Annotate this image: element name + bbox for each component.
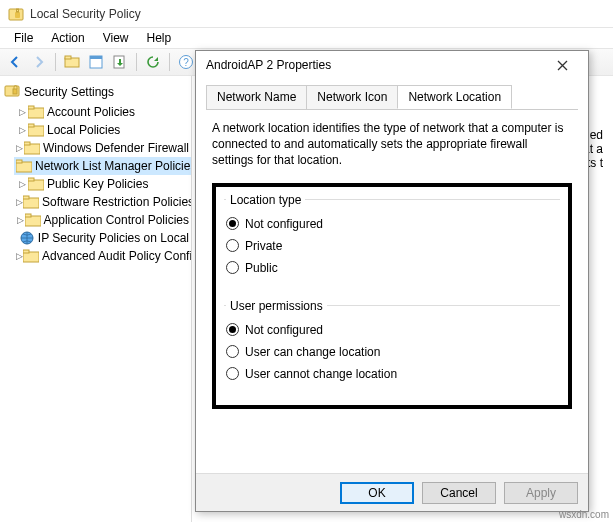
tree-item-label: Software Restriction Policies xyxy=(42,195,191,209)
forward-button[interactable] xyxy=(28,51,50,73)
radio-icon xyxy=(226,217,239,230)
expand-icon[interactable]: ▷ xyxy=(16,143,24,153)
expand-icon[interactable]: ▷ xyxy=(16,179,28,189)
radio-user-can-change[interactable]: User can change location xyxy=(226,341,558,363)
folder-icon xyxy=(25,213,41,227)
tree-item-label: Advanced Audit Policy Configuration xyxy=(42,249,191,263)
back-button[interactable] xyxy=(4,51,26,73)
expand-icon[interactable]: ▷ xyxy=(16,251,23,261)
export-button[interactable] xyxy=(109,51,131,73)
tree-item-label: IP Security Policies on Local xyxy=(38,231,189,245)
properties-button[interactable] xyxy=(85,51,107,73)
close-button[interactable] xyxy=(546,53,578,77)
svg-rect-28 xyxy=(23,250,29,253)
tab-network-location[interactable]: Network Location xyxy=(397,85,512,109)
svg-rect-13 xyxy=(28,106,34,109)
dialog-tabs: Network Name Network Icon Network Locati… xyxy=(196,79,588,109)
tree-root-label: Security Settings xyxy=(24,85,114,99)
menu-help[interactable]: Help xyxy=(139,29,180,47)
svg-rect-23 xyxy=(23,196,29,199)
tree-item-label: Public Key Policies xyxy=(47,177,148,191)
radio-label: User cannot change location xyxy=(245,367,397,381)
highlighted-region: Location type Not configured Private Pub… xyxy=(212,183,572,409)
radio-label: Public xyxy=(245,261,278,275)
folder-icon xyxy=(23,195,39,209)
cancel-button[interactable]: Cancel xyxy=(422,482,496,504)
radio-private[interactable]: Private xyxy=(226,235,558,257)
menu-view[interactable]: View xyxy=(95,29,137,47)
folder-icon xyxy=(16,159,32,173)
radio-user-cannot-change[interactable]: User cannot change location xyxy=(226,363,558,385)
expand-icon[interactable]: ▷ xyxy=(16,107,28,117)
folder-icon xyxy=(28,123,44,137)
ipsec-icon xyxy=(19,230,35,246)
folder-icon xyxy=(28,105,44,119)
tree-item-label: Application Control Policies xyxy=(44,213,189,227)
tree-item-application-control-policies[interactable]: ▷ Application Control Policies xyxy=(14,211,191,229)
tree-item-label: Network List Manager Policies xyxy=(35,159,191,173)
dialog-body: A network location identifies the type o… xyxy=(206,109,578,473)
menu-file[interactable]: File xyxy=(6,29,41,47)
tree-item-windows-defender-firewall[interactable]: ▷ Windows Defender Firewall xyxy=(14,139,191,157)
radio-label: User can change location xyxy=(245,345,380,359)
ok-button[interactable]: OK xyxy=(340,482,414,504)
menu-action[interactable]: Action xyxy=(43,29,92,47)
svg-text:?: ? xyxy=(183,57,189,68)
tree-item-network-list-manager-policies[interactable]: Network List Manager Policies xyxy=(14,157,191,175)
radio-icon xyxy=(226,345,239,358)
window-titlebar: Local Security Policy xyxy=(0,0,613,28)
radio-icon xyxy=(226,261,239,274)
svg-rect-1 xyxy=(15,12,20,18)
tree-item-label: Local Policies xyxy=(47,123,120,137)
tree-item-local-policies[interactable]: ▷ Local Policies xyxy=(14,121,191,139)
radio-label: Private xyxy=(245,239,282,253)
tab-network-icon[interactable]: Network Icon xyxy=(306,85,398,109)
window-title: Local Security Policy xyxy=(30,7,141,21)
folder-icon xyxy=(23,249,39,263)
radio-public[interactable]: Public xyxy=(226,257,558,279)
watermark: wsxdn.com xyxy=(559,509,609,520)
properties-dialog: AndroidAP 2 Properties Network Name Netw… xyxy=(195,50,589,512)
help-button[interactable]: ? xyxy=(175,51,197,73)
app-icon xyxy=(8,6,24,22)
security-settings-icon xyxy=(4,82,20,101)
tab-network-name[interactable]: Network Name xyxy=(206,85,307,109)
tree-item-label: Windows Defender Firewall xyxy=(43,141,189,155)
svg-rect-15 xyxy=(28,124,34,127)
svg-rect-21 xyxy=(28,178,34,181)
tree-item-label: Account Policies xyxy=(47,105,135,119)
expand-icon[interactable]: ▷ xyxy=(16,215,25,225)
expand-icon[interactable]: ▷ xyxy=(16,125,28,135)
svg-rect-4 xyxy=(65,56,71,59)
tree-item-software-restriction-policies[interactable]: ▷ Software Restriction Policies xyxy=(14,193,191,211)
radio-icon xyxy=(226,239,239,252)
radio-not-configured-location[interactable]: Not configured xyxy=(226,213,558,235)
svg-rect-17 xyxy=(24,142,30,145)
radio-icon xyxy=(226,367,239,380)
user-permissions-legend: User permissions xyxy=(226,299,327,313)
tree-root[interactable]: Security Settings xyxy=(0,80,191,103)
tree-item-public-key-policies[interactable]: ▷ Public Key Policies xyxy=(14,175,191,193)
folder-icon xyxy=(24,141,40,155)
radio-label: Not configured xyxy=(245,217,323,231)
svg-rect-6 xyxy=(90,56,102,59)
expand-icon[interactable]: ▷ xyxy=(16,197,23,207)
dialog-buttons: OK Cancel Apply xyxy=(196,473,588,511)
dialog-title: AndroidAP 2 Properties xyxy=(206,58,546,72)
dialog-titlebar[interactable]: AndroidAP 2 Properties xyxy=(196,51,588,79)
tree-item-account-policies[interactable]: ▷ Account Policies xyxy=(14,103,191,121)
refresh-button[interactable] xyxy=(142,51,164,73)
svg-rect-25 xyxy=(25,214,31,217)
svg-rect-11 xyxy=(13,89,17,94)
radio-not-configured-permissions[interactable]: Not configured xyxy=(226,319,558,341)
radio-label: Not configured xyxy=(245,323,323,337)
tree-item-ip-security-policies[interactable]: IP Security Policies on Local xyxy=(14,229,191,247)
svg-rect-19 xyxy=(16,160,22,163)
folder-icon xyxy=(28,177,44,191)
location-type-group: Location type Not configured Private Pub… xyxy=(224,193,560,289)
folder-button[interactable] xyxy=(61,51,83,73)
radio-icon xyxy=(226,323,239,336)
tree-panel: Security Settings ▷ Account Policies ▷ L… xyxy=(0,76,192,522)
tree-item-advanced-audit-policy[interactable]: ▷ Advanced Audit Policy Configuration xyxy=(14,247,191,265)
apply-button[interactable]: Apply xyxy=(504,482,578,504)
